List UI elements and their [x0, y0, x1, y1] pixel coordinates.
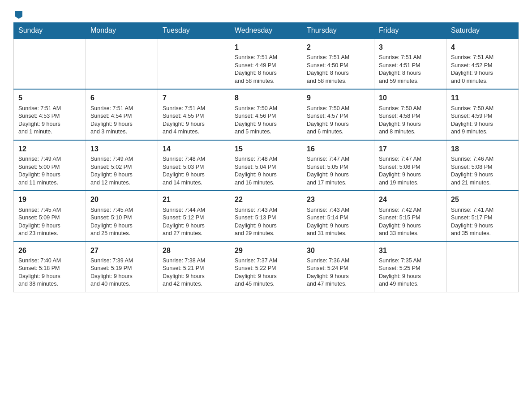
calendar-cell: 28Sunrise: 7:38 AMSunset: 5:21 PMDayligh… [158, 242, 230, 292]
day-info: Sunrise: 7:37 AMSunset: 5:22 PMDaylight:… [235, 257, 297, 288]
day-info: Sunrise: 7:42 AMSunset: 5:15 PMDaylight:… [379, 206, 442, 238]
day-info: Sunrise: 7:51 AMSunset: 4:55 PMDaylight:… [163, 105, 225, 136]
calendar-week-3: 12Sunrise: 7:49 AMSunset: 5:00 PMDayligh… [14, 140, 519, 191]
day-number: 12 [18, 144, 81, 154]
calendar-cell [86, 39, 158, 89]
day-number: 16 [307, 144, 369, 154]
day-info: Sunrise: 7:41 AMSunset: 5:17 PMDaylight:… [451, 206, 514, 238]
calendar-cell [446, 242, 519, 292]
day-info: Sunrise: 7:51 AMSunset: 4:50 PMDaylight:… [307, 54, 369, 85]
calendar-week-2: 5Sunrise: 7:51 AMSunset: 4:53 PMDaylight… [14, 89, 519, 140]
day-number: 27 [90, 246, 153, 256]
calendar-cell: 31Sunrise: 7:35 AMSunset: 5:25 PMDayligh… [374, 242, 446, 292]
day-number: 31 [379, 246, 442, 256]
calendar-cell [14, 39, 86, 89]
day-info: Sunrise: 7:36 AMSunset: 5:24 PMDaylight:… [307, 257, 369, 288]
day-number: 10 [379, 93, 442, 103]
day-info: Sunrise: 7:38 AMSunset: 5:21 PMDaylight:… [163, 257, 225, 288]
calendar-cell: 29Sunrise: 7:37 AMSunset: 5:22 PMDayligh… [230, 242, 302, 292]
svg-marker-0 [15, 11, 22, 19]
calendar-cell: 26Sunrise: 7:40 AMSunset: 5:18 PMDayligh… [14, 242, 86, 292]
day-info: Sunrise: 7:49 AMSunset: 5:02 PMDaylight:… [90, 155, 153, 187]
logo-flag-icon [14, 10, 24, 20]
calendar-cell: 27Sunrise: 7:39 AMSunset: 5:19 PMDayligh… [86, 242, 158, 292]
calendar-cell: 12Sunrise: 7:49 AMSunset: 5:00 PMDayligh… [14, 140, 86, 191]
day-number: 25 [451, 195, 514, 205]
calendar-header-row: SundayMondayTuesdayWednesdayThursdayFrid… [14, 23, 519, 39]
day-info: Sunrise: 7:50 AMSunset: 4:57 PMDaylight:… [307, 105, 369, 136]
day-number: 6 [90, 93, 153, 103]
column-header-wednesday: Wednesday [230, 23, 302, 39]
day-info: Sunrise: 7:43 AMSunset: 5:14 PMDaylight:… [307, 206, 369, 238]
calendar-cell: 19Sunrise: 7:45 AMSunset: 5:09 PMDayligh… [14, 191, 86, 241]
calendar-cell: 25Sunrise: 7:41 AMSunset: 5:17 PMDayligh… [446, 191, 519, 241]
calendar-cell [158, 39, 230, 89]
day-info: Sunrise: 7:50 AMSunset: 4:56 PMDaylight:… [235, 105, 297, 136]
day-number: 23 [307, 195, 369, 205]
day-info: Sunrise: 7:35 AMSunset: 5:25 PMDaylight:… [379, 257, 442, 288]
calendar-cell: 24Sunrise: 7:42 AMSunset: 5:15 PMDayligh… [374, 191, 446, 241]
day-number: 19 [18, 195, 81, 205]
day-number: 7 [163, 93, 225, 103]
day-number: 9 [307, 93, 369, 103]
day-info: Sunrise: 7:50 AMSunset: 4:59 PMDaylight:… [451, 105, 514, 136]
day-info: Sunrise: 7:47 AMSunset: 5:06 PMDaylight:… [379, 155, 442, 187]
column-header-saturday: Saturday [446, 23, 519, 39]
calendar-cell: 16Sunrise: 7:47 AMSunset: 5:05 PMDayligh… [302, 140, 374, 191]
day-number: 8 [235, 93, 297, 103]
column-header-monday: Monday [86, 23, 158, 39]
calendar-cell: 30Sunrise: 7:36 AMSunset: 5:24 PMDayligh… [302, 242, 374, 292]
calendar-cell: 4Sunrise: 7:51 AMSunset: 4:52 PMDaylight… [446, 39, 519, 89]
calendar-cell: 18Sunrise: 7:46 AMSunset: 5:08 PMDayligh… [446, 140, 519, 191]
day-number: 28 [163, 246, 225, 256]
day-number: 3 [379, 43, 442, 52]
day-info: Sunrise: 7:45 AMSunset: 5:10 PMDaylight:… [90, 206, 153, 238]
day-number: 15 [235, 144, 297, 154]
calendar-week-5: 26Sunrise: 7:40 AMSunset: 5:18 PMDayligh… [14, 242, 519, 292]
day-number: 11 [451, 93, 514, 103]
page-header [13, 9, 519, 18]
day-info: Sunrise: 7:39 AMSunset: 5:19 PMDaylight:… [90, 257, 153, 288]
day-number: 13 [90, 144, 153, 154]
logo [13, 9, 24, 18]
calendar-cell: 7Sunrise: 7:51 AMSunset: 4:55 PMDaylight… [158, 89, 230, 140]
day-info: Sunrise: 7:44 AMSunset: 5:12 PMDaylight:… [163, 206, 225, 238]
calendar-cell: 5Sunrise: 7:51 AMSunset: 4:53 PMDaylight… [14, 89, 86, 140]
calendar-cell: 9Sunrise: 7:50 AMSunset: 4:57 PMDaylight… [302, 89, 374, 140]
day-number: 29 [235, 246, 297, 256]
day-number: 4 [451, 43, 514, 52]
calendar-cell: 15Sunrise: 7:48 AMSunset: 5:04 PMDayligh… [230, 140, 302, 191]
day-number: 2 [307, 43, 369, 52]
column-header-thursday: Thursday [302, 23, 374, 39]
day-info: Sunrise: 7:45 AMSunset: 5:09 PMDaylight:… [18, 206, 81, 238]
day-number: 26 [18, 246, 81, 256]
day-number: 18 [451, 144, 514, 154]
day-number: 20 [90, 195, 153, 205]
day-number: 1 [235, 43, 297, 52]
day-number: 22 [235, 195, 297, 205]
calendar-table: SundayMondayTuesdayWednesdayThursdayFrid… [13, 22, 519, 292]
day-number: 30 [307, 246, 369, 256]
day-number: 5 [18, 93, 81, 103]
calendar-cell: 1Sunrise: 7:51 AMSunset: 4:49 PMDaylight… [230, 39, 302, 89]
calendar-cell: 21Sunrise: 7:44 AMSunset: 5:12 PMDayligh… [158, 191, 230, 241]
day-number: 21 [163, 195, 225, 205]
calendar-cell: 20Sunrise: 7:45 AMSunset: 5:10 PMDayligh… [86, 191, 158, 241]
calendar-cell: 23Sunrise: 7:43 AMSunset: 5:14 PMDayligh… [302, 191, 374, 241]
calendar-cell: 13Sunrise: 7:49 AMSunset: 5:02 PMDayligh… [86, 140, 158, 191]
calendar-cell: 8Sunrise: 7:50 AMSunset: 4:56 PMDaylight… [230, 89, 302, 140]
column-header-sunday: Sunday [14, 23, 86, 39]
calendar-cell: 2Sunrise: 7:51 AMSunset: 4:50 PMDaylight… [302, 39, 374, 89]
day-info: Sunrise: 7:51 AMSunset: 4:51 PMDaylight:… [379, 54, 442, 85]
day-info: Sunrise: 7:48 AMSunset: 5:04 PMDaylight:… [235, 155, 297, 187]
calendar-cell: 10Sunrise: 7:50 AMSunset: 4:58 PMDayligh… [374, 89, 446, 140]
column-header-friday: Friday [374, 23, 446, 39]
day-info: Sunrise: 7:51 AMSunset: 4:49 PMDaylight:… [235, 54, 297, 85]
day-info: Sunrise: 7:43 AMSunset: 5:13 PMDaylight:… [235, 206, 297, 238]
calendar-cell: 3Sunrise: 7:51 AMSunset: 4:51 PMDaylight… [374, 39, 446, 89]
day-number: 17 [379, 144, 442, 154]
day-info: Sunrise: 7:50 AMSunset: 4:58 PMDaylight:… [379, 105, 442, 136]
calendar-week-4: 19Sunrise: 7:45 AMSunset: 5:09 PMDayligh… [14, 191, 519, 241]
calendar-cell: 22Sunrise: 7:43 AMSunset: 5:13 PMDayligh… [230, 191, 302, 241]
calendar-week-1: 1Sunrise: 7:51 AMSunset: 4:49 PMDaylight… [14, 39, 519, 89]
